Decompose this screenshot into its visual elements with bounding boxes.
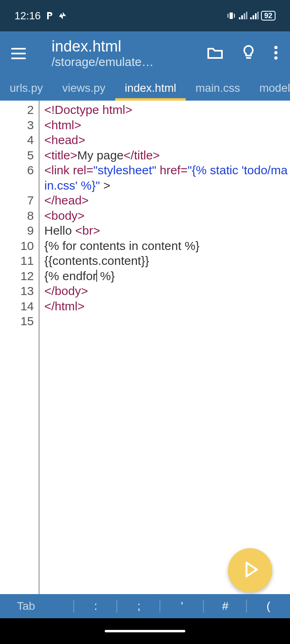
svg-rect-9 xyxy=(253,15,254,19)
key-label: ; xyxy=(137,600,141,613)
tab-label: urls.py xyxy=(10,82,43,95)
code-line[interactable]: <title>My page</title> xyxy=(44,148,290,163)
status-time: 12:16 xyxy=(14,10,41,22)
app-icon-p xyxy=(45,11,54,21)
run-button[interactable] xyxy=(228,548,272,592)
folder-icon[interactable] xyxy=(207,46,223,61)
app-icon-4d: 4 xyxy=(58,11,70,21)
status-right: 92 xyxy=(226,11,276,21)
svg-rect-7 xyxy=(246,12,247,19)
svg-rect-5 xyxy=(241,15,243,19)
code-line[interactable]: </html> xyxy=(44,299,290,314)
battery-indicator: 92 xyxy=(261,11,276,21)
menu-button[interactable] xyxy=(11,44,35,63)
line-number: 2 xyxy=(0,102,39,118)
header-actions xyxy=(207,45,278,62)
code-line[interactable]: </head> xyxy=(44,193,290,208)
status-left: 12:16 4 xyxy=(14,10,70,22)
svg-rect-10 xyxy=(255,13,257,19)
tab-urls-py[interactable]: urls.py xyxy=(0,76,52,101)
key-label: # xyxy=(222,600,228,613)
line-number: 3 xyxy=(0,118,39,133)
signal-icon-1 xyxy=(238,12,247,20)
tab-label: models.py xyxy=(259,82,290,95)
nav-home-pill[interactable] xyxy=(105,630,185,632)
line-number: 15 xyxy=(0,314,39,329)
more-icon[interactable] xyxy=(274,45,278,62)
key-symbol-5[interactable]: ( xyxy=(247,594,290,618)
code-line[interactable]: <link rel="stylesheet" href="{% static '… xyxy=(44,163,290,193)
line-number: 12 xyxy=(0,268,39,284)
tab-label: main.css xyxy=(195,82,240,95)
code-line[interactable]: <html> xyxy=(44,118,290,133)
line-number: 10 xyxy=(0,238,39,254)
svg-text:4: 4 xyxy=(59,12,62,19)
file-title: index.html xyxy=(52,38,199,55)
key-symbol-2[interactable]: ; xyxy=(117,594,160,618)
key-symbol-1[interactable]: : xyxy=(74,594,117,618)
code-line[interactable]: <body> xyxy=(44,208,290,223)
tab-models-py[interactable]: models.py xyxy=(250,76,290,101)
tab-main-css[interactable]: main.css xyxy=(186,76,249,101)
key-label: ' xyxy=(181,600,183,613)
symbol-keyrow: Tab:;'#( xyxy=(0,594,290,618)
line-gutter: 23456789101112131415 xyxy=(0,101,39,594)
svg-rect-2 xyxy=(228,14,228,18)
line-number: 11 xyxy=(0,253,39,268)
file-path: /storage/emulate… xyxy=(52,55,199,69)
tab-label: views.py xyxy=(62,82,105,95)
code-area[interactable]: <!Doctype html><html><head><title>My pag… xyxy=(39,101,290,594)
code-line[interactable]: {% endfor %} xyxy=(44,268,290,284)
key-symbol-3[interactable]: ' xyxy=(160,594,203,618)
code-line[interactable]: Hello <br> xyxy=(44,223,290,238)
svg-rect-4 xyxy=(239,17,240,19)
tab-label: index.html xyxy=(125,82,176,95)
key-label: ( xyxy=(267,600,270,613)
lightbulb-icon[interactable] xyxy=(242,45,255,62)
svg-rect-6 xyxy=(244,13,245,19)
line-number: 5 xyxy=(0,148,39,163)
tab-index-html[interactable]: index.html xyxy=(115,76,186,101)
signal-icon-2 xyxy=(250,12,259,20)
svg-rect-12 xyxy=(246,57,251,59)
system-nav-bar xyxy=(0,618,290,644)
file-tabs: urls.pyviews.pyindex.htmlmain.cssmodels.… xyxy=(0,76,290,101)
line-number: 8 xyxy=(0,208,39,223)
key-label: Tab xyxy=(17,600,35,613)
play-icon xyxy=(242,561,259,580)
header-titles: index.html /storage/emulate… xyxy=(52,38,199,69)
battery-level: 92 xyxy=(264,12,272,19)
key-label: : xyxy=(94,600,97,613)
svg-point-14 xyxy=(274,51,278,54)
line-number: 4 xyxy=(0,132,39,148)
key-symbol-4[interactable]: # xyxy=(204,594,247,618)
vibrate-icon xyxy=(226,11,236,20)
svg-rect-1 xyxy=(230,12,233,19)
code-line[interactable]: <head> xyxy=(44,132,290,148)
code-line[interactable]: </body> xyxy=(44,283,290,299)
code-line[interactable]: {{contents.content}} xyxy=(44,253,290,268)
svg-point-15 xyxy=(274,56,278,60)
line-number: 14 xyxy=(0,299,39,314)
status-bar: 12:16 4 92 xyxy=(0,0,290,31)
line-number: 6 xyxy=(0,163,39,193)
line-number: 13 xyxy=(0,283,39,299)
svg-point-13 xyxy=(274,46,278,49)
code-line[interactable]: {% for contents in content %} xyxy=(44,238,290,254)
svg-rect-3 xyxy=(234,14,235,18)
code-line[interactable] xyxy=(44,314,290,329)
code-editor[interactable]: 23456789101112131415 <!Doctype html><htm… xyxy=(0,101,290,594)
line-number: 9 xyxy=(0,223,39,238)
svg-rect-11 xyxy=(257,12,259,19)
code-line[interactable]: <!Doctype html> xyxy=(44,102,290,118)
line-number: 7 xyxy=(0,193,39,208)
tab-views-py[interactable]: views.py xyxy=(52,76,115,101)
key-tab[interactable]: Tab xyxy=(0,594,74,618)
svg-rect-8 xyxy=(250,17,252,19)
app-header: index.html /storage/emulate… xyxy=(0,31,290,76)
